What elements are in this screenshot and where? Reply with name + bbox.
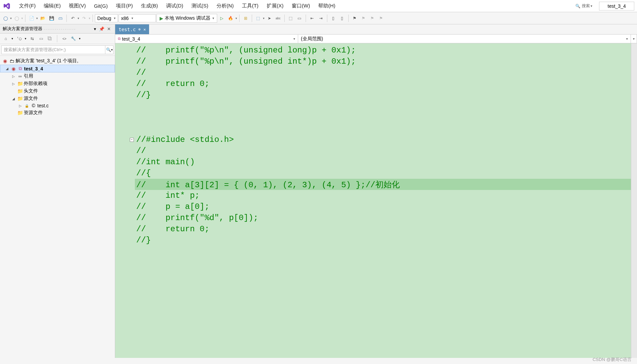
project-scope-dropdown[interactable]: ⧉ test_3_4 ▾ <box>115 35 298 43</box>
member-dropdown[interactable]: ▾ <box>631 35 637 43</box>
wrench-icon[interactable]: 🔧 <box>70 36 76 42</box>
tool-btn-4[interactable]: ⬚ <box>287 14 295 22</box>
code-editor[interactable]: − // printf("%p\n", (unsigned long)p + 0… <box>115 43 637 358</box>
source-file-node[interactable]: ▷ 🔒 © test.c <box>0 102 115 109</box>
menu-git[interactable]: Git(G) <box>90 1 112 11</box>
project-icon: ⧉ <box>118 37 121 41</box>
menu-debug[interactable]: 调试(D) <box>162 1 187 11</box>
code-button[interactable]: <> <box>61 36 67 42</box>
close-icon[interactable]: ✕ <box>106 26 112 31</box>
bookmark-next[interactable]: ⚑ <box>368 14 376 22</box>
chevron-down-icon: ▾ <box>626 37 628 41</box>
menubar: 文件(F) 编辑(E) 视图(V) Git(G) 项目(P) 生成(B) 调试(… <box>0 0 637 12</box>
panel-title: 解决方案资源管理器 <box>3 26 42 32</box>
solution-tree: ◉ 🗀 解决方案 'test_3_4' (1 个项目, ◢ ◉ ⧉ test_3… <box>0 56 115 118</box>
redo-button[interactable]: ↷ <box>80 14 88 22</box>
tab-bar: test.c ⊕ ✕ <box>115 24 637 35</box>
uncomment-button[interactable]: ▯ <box>338 14 346 22</box>
editor-area: test.c ⊕ ✕ ⧉ test_3_4 ▾ (全局范围) ▾ ▾ − // … <box>115 24 637 358</box>
references-icon: ▫▫ <box>17 73 23 79</box>
run-without-debug-button[interactable]: ▷ <box>218 14 226 22</box>
lock-icon: 🔒 <box>24 104 30 108</box>
tool-btn-1[interactable]: ⊞ <box>242 14 250 22</box>
open-button[interactable]: 📂 <box>39 14 47 22</box>
scope-dropdown[interactable]: (全局范围) ▾ <box>298 35 631 43</box>
run-debugger-button[interactable]: ▶ 本地 Windows 调试器 ▾ <box>157 14 217 23</box>
menu-help[interactable]: 帮助(H) <box>314 1 340 11</box>
vs-logo-icon <box>3 2 11 10</box>
undo-button[interactable]: ↶ <box>69 14 77 22</box>
expand-icon[interactable]: ▷ <box>12 74 17 78</box>
save-button[interactable]: 💾 <box>47 14 56 22</box>
save-all-button[interactable]: 🗃 <box>56 14 64 22</box>
menu-search[interactable]: 🔍 搜索 ▾ <box>571 3 596 9</box>
copy-button[interactable]: ⿻ <box>47 36 53 42</box>
home-button[interactable]: ⌂ <box>3 36 9 42</box>
view-button[interactable]: ▭ <box>38 36 44 42</box>
indent-button[interactable]: ⇥ <box>317 14 325 22</box>
sources-node[interactable]: ◢ 📁 源文件 <box>0 95 115 102</box>
bookmark-prev[interactable]: ⚑ <box>359 14 368 22</box>
menu-tools[interactable]: 工具(T) <box>238 1 263 11</box>
pin-icon[interactable]: 📌 <box>98 26 106 31</box>
nav-back-button[interactable]: ◯ <box>1 14 9 22</box>
folder-icon: 📁 <box>17 88 23 94</box>
file-tab[interactable]: test.c ⊕ ✕ <box>115 24 149 34</box>
vertical-scrollbar[interactable] <box>631 43 637 358</box>
outdent-button[interactable]: ⇤ <box>308 14 316 22</box>
menu-extensions[interactable]: 扩展(X) <box>263 1 288 11</box>
solution-node[interactable]: ◉ 🗀 解决方案 'test_3_4' (1 个项目, <box>0 57 115 65</box>
search-go-button[interactable]: 🔍▾ <box>105 45 114 54</box>
toolbar: ◯ ▾ ◯ ▾ 📄 ▾ 📂 💾 🗃 ↶ ▾ ↷ ▾ Debug▾ x86▾ ▶ … <box>0 12 637 24</box>
code-content[interactable]: // printf("%p\n", (unsigned long)p + 0x1… <box>135 43 631 358</box>
config-dropdown[interactable]: Debug▾ <box>95 14 118 22</box>
swap-button[interactable]: ⇆ <box>29 36 35 42</box>
chevron-down-icon: ▾ <box>633 37 635 41</box>
search-input[interactable]: 搜索解决方案资源管理器(Ctrl+;) <box>1 45 105 54</box>
collapse-icon[interactable]: ◢ <box>12 97 17 101</box>
expand-icon[interactable]: ▷ <box>19 104 24 108</box>
menu-project[interactable]: 项目(P) <box>112 1 137 11</box>
menu-file[interactable]: 文件(F) <box>15 1 40 11</box>
solution-explorer-panel: 解决方案资源管理器 ················· ▾ 📌 ✕ ⌂ ▾ '◯… <box>0 24 115 358</box>
panel-toolbar: ⌂ ▾ '◯ ▾ ⇆ ▭ ⿻ <> 🔧 ▾ <box>0 34 115 44</box>
fold-toggle[interactable]: − <box>130 138 134 142</box>
play-icon: ▶ <box>160 16 163 21</box>
folder-icon: 📁 <box>17 81 23 86</box>
menu-edit[interactable]: 编辑(E) <box>40 1 65 11</box>
menu-window[interactable]: 窗口(W) <box>288 1 314 11</box>
external-deps-node[interactable]: ▷ 📁 外部依赖项 <box>0 80 115 87</box>
pin-icon[interactable]: ⊕ <box>139 27 141 31</box>
tool-btn-5[interactable]: ▭ <box>295 14 304 22</box>
menu-build[interactable]: 生成(B) <box>137 1 162 11</box>
watermark: CSDN @鹏哥C语言 <box>593 357 632 363</box>
tool-btn-2[interactable]: ⬚ <box>254 14 262 22</box>
resources-node[interactable]: 📁 资源文件 <box>0 109 115 116</box>
hot-reload-button[interactable]: 🔥 <box>227 14 235 22</box>
new-file-button[interactable]: 📄 <box>27 14 36 22</box>
expand-icon[interactable]: ▷ <box>12 82 17 86</box>
nav-forward-button[interactable]: ◯ <box>13 14 21 22</box>
platform-dropdown[interactable]: x86▾ <box>119 14 156 22</box>
bookmark-clear[interactable]: ⚑ <box>377 14 385 22</box>
tool-btn-abc[interactable]: abc <box>274 14 282 22</box>
close-tab-icon[interactable]: ✕ <box>143 27 146 32</box>
search-row: 搜索解决方案资源管理器(Ctrl+;) 🔍▾ <box>0 44 115 56</box>
window-title: test_3_4 <box>599 2 634 10</box>
search-label: 搜索 <box>582 3 590 9</box>
project-icon: ◉ <box>11 66 17 71</box>
menu-test[interactable]: 测试(S) <box>187 1 212 11</box>
tool-btn-3[interactable]: ➤ <box>265 14 273 22</box>
sync-button[interactable]: '◯ <box>16 36 22 42</box>
comment-button[interactable]: ▯ <box>329 14 337 22</box>
references-node[interactable]: ▷ ▫▫ 引用 <box>0 72 115 80</box>
menu-view[interactable]: 视图(V) <box>65 1 90 11</box>
panel-menu-icon[interactable]: ▾ <box>93 26 98 31</box>
folder-icon: 🗀 <box>9 58 15 64</box>
headers-node[interactable]: 📁 头文件 <box>0 87 115 95</box>
collapse-icon[interactable]: ◢ <box>6 67 11 70</box>
project-node[interactable]: ◢ ◉ ⧉ test_3_4 <box>0 65 115 72</box>
menu-analyze[interactable]: 分析(N) <box>212 1 238 11</box>
bookmark-button[interactable]: ⚑ <box>351 14 359 22</box>
folder-icon: 📁 <box>17 110 23 115</box>
